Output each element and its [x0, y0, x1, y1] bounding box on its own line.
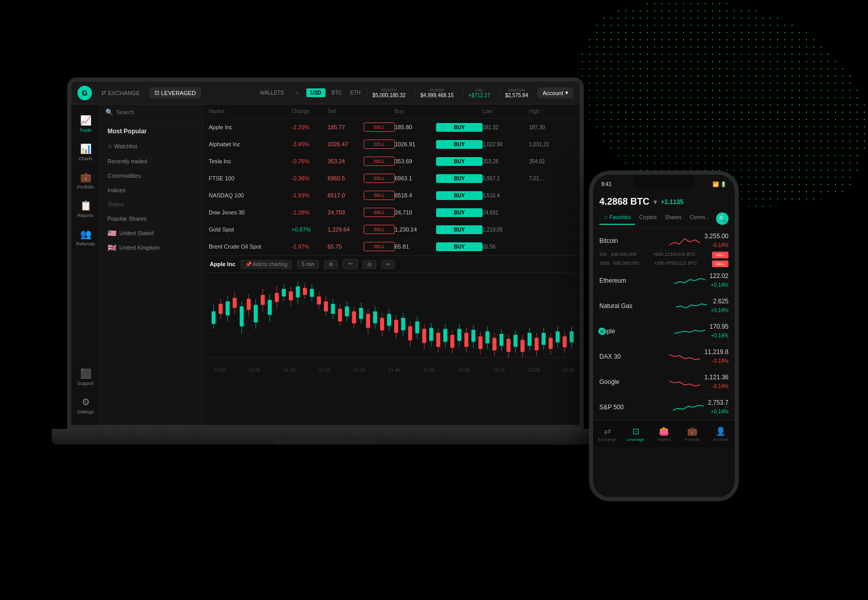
phone-tab-comm[interactable]: Comm...: [686, 212, 714, 225]
item-price: 1,121.36: [704, 374, 729, 381]
nav-commodities[interactable]: Commodities: [100, 168, 203, 183]
wallets-btn[interactable]: WALLETS: [256, 90, 288, 96]
buy-button[interactable]: BUY: [436, 123, 483, 132]
price-low: 353.28: [483, 159, 529, 164]
chart-area: Apple Inc 📌 Add to charting 5 min ⚙ 〜 ⊟ …: [204, 255, 580, 374]
buy-button[interactable]: BUY: [436, 225, 483, 234]
buy-price: 1,230.14: [395, 226, 436, 233]
sidebar-item-trade[interactable]: 📈 Trade: [71, 110, 100, 138]
chart-draw-button[interactable]: ✏: [381, 260, 395, 269]
buy-button[interactable]: BUY: [436, 191, 483, 200]
list-item[interactable]: Google 1,121.36 -0.14%: [593, 370, 735, 395]
chart-settings-button[interactable]: ⚙: [324, 260, 338, 269]
phone-tab-favorites[interactable]: ☆ Favorites: [599, 212, 635, 225]
chart-view-button[interactable]: ⊟: [363, 260, 376, 269]
buy-button[interactable]: BUY: [436, 208, 483, 217]
btc-currency-btn[interactable]: BTC: [330, 90, 344, 96]
list-item[interactable]: Ethereum 122.02 +0.14%: [593, 268, 735, 294]
left-sidebar: 📈 Trade 📊 Charts 💼 Portfolio 📋 Reports: [71, 104, 100, 425]
settings-icon: ⚙: [82, 396, 90, 408]
buy-button[interactable]: BUY: [436, 140, 483, 149]
list-item[interactable]: S&P 500 2,753.7 +0.14%: [593, 395, 735, 420]
svg-rect-24: [275, 293, 279, 302]
usd-currency-btn[interactable]: USD: [306, 88, 326, 97]
nav-country-uk[interactable]: 🇬🇧 United Kingdom: [100, 240, 203, 255]
sidebar-label-settings: Settings: [77, 409, 94, 414]
sell-button[interactable]: SELL: [364, 225, 395, 234]
list-item[interactable]: DAX 30 11,219.8 -0.14%: [593, 344, 735, 370]
table-row: Alphabet Inc -3.45% 1026.47 SELL 1026.91…: [204, 136, 580, 153]
sidebar-item-charts[interactable]: 📊 Charts: [71, 138, 100, 166]
sell-price: 24,703: [328, 209, 364, 216]
sidebar-item-portfolio[interactable]: 💼 Portfolio: [71, 166, 100, 195]
laptop-screen: G ⇄ EXCHANGE ⊡ LEVERAGED WALLETS › USD B…: [67, 78, 584, 429]
buy-button[interactable]: BUY: [436, 157, 483, 166]
portfolio-icon: 💼: [80, 172, 91, 183]
item-change: +0.14%: [711, 307, 729, 313]
phone-header: 4.2868 BTC ▾ +1.1135: [593, 193, 735, 209]
svg-rect-18: [254, 305, 258, 322]
nav-recently-traded[interactable]: Recently traded: [100, 154, 203, 168]
eth-currency-btn[interactable]: ETH: [348, 90, 363, 96]
buy-price: 353.69: [395, 158, 436, 164]
svg-rect-20: [261, 295, 265, 305]
list-item[interactable]: Natural Gas 2.625 +0.14%: [593, 294, 735, 319]
market-name: Gold Spot: [209, 226, 291, 233]
sell-price: 1026.47: [328, 141, 364, 147]
sell-button[interactable]: SELL: [364, 191, 395, 200]
leverage-nav-icon: ⊡: [632, 426, 639, 436]
list-item[interactable]: Apple 170.95 +0.14% G: [593, 319, 735, 344]
sell-button[interactable]: SELL: [364, 208, 395, 217]
buy-button[interactable]: BUY: [436, 174, 483, 183]
phone-nav-exchange[interactable]: ⇄ Exchange: [593, 421, 622, 447]
search-box[interactable]: 🔍: [100, 104, 203, 120]
sell-button[interactable]: SELL: [364, 174, 395, 183]
sidebar-item-support[interactable]: ⬛ Support: [71, 363, 100, 391]
svg-rect-6: [212, 312, 216, 324]
nav-most-popular[interactable]: Most Popular: [100, 124, 203, 139]
bitcoin-list-item[interactable]: Bitcoin 3,255.00 -0.14%: [593, 228, 735, 251]
apple-indicator: G: [598, 328, 606, 335]
svg-rect-56: [387, 314, 391, 326]
account-button[interactable]: Account ▾: [537, 87, 574, 98]
nav-watchlist[interactable]: ☆ Watchlist: [100, 139, 203, 154]
sell-price: 6960.5: [328, 175, 364, 181]
phone-nav-leverage[interactable]: ⊡ Leverage: [622, 421, 650, 447]
chart-type-button[interactable]: 〜: [343, 259, 358, 269]
item-chart: [674, 274, 705, 287]
phone-nav-account[interactable]: 👤 Account: [706, 421, 735, 447]
timeframe-button[interactable]: 5 min: [297, 260, 319, 269]
top-bar: G ⇄ EXCHANGE ⊡ LEVERAGED WALLETS › USD B…: [71, 82, 580, 104]
sell-button[interactable]: SELL: [364, 242, 395, 251]
phone-tab-shares[interactable]: Shares: [661, 212, 686, 225]
sidebar-item-referrals[interactable]: 👥 Referrals: [71, 223, 100, 252]
nav-country-us[interactable]: 🇺🇸 United Stated: [100, 226, 203, 240]
reports-icon: 📋: [80, 200, 91, 211]
svg-rect-62: [408, 327, 412, 341]
sell-button[interactable]: SELL: [364, 122, 395, 132]
leveraged-tab[interactable]: ⊡ LEVERAGED: [149, 87, 201, 98]
search-input[interactable]: [116, 109, 198, 115]
svg-rect-60: [401, 318, 405, 330]
support-icon: ⬛: [80, 368, 91, 379]
market-change: -2.20%: [291, 124, 328, 130]
exchange-tab[interactable]: ⇄ EXCHANGE: [96, 87, 145, 98]
phone-nav-portfolio[interactable]: 💼 Portfolio: [678, 421, 706, 447]
nav-popular-shares[interactable]: Popular Shares: [100, 211, 203, 226]
buy-button[interactable]: BUY: [436, 242, 483, 251]
svg-rect-102: [549, 338, 553, 349]
nav-shares[interactable]: Shares: [100, 197, 203, 211]
sidebar-item-settings[interactable]: ⚙ Settings: [71, 391, 100, 420]
item-change: +0.14%: [711, 282, 729, 288]
sell-button[interactable]: SELL: [364, 157, 395, 166]
nav-indices[interactable]: Indices: [100, 183, 203, 197]
btc-change: +1.1135: [661, 198, 684, 206]
sell-button[interactable]: SELL: [364, 140, 395, 149]
add-charting-button[interactable]: 📌 Add to charting: [241, 260, 292, 269]
phone-nav-wallets[interactable]: 👛 Wallets: [650, 421, 678, 447]
phone-tab-cryptos[interactable]: Cryptos: [635, 212, 661, 225]
phone-search-button[interactable]: 🔍: [716, 212, 729, 225]
sidebar-item-reports[interactable]: 📋 Reports: [71, 195, 100, 223]
bitcoin-name: Bitcoin: [599, 237, 665, 244]
buy-price: 185.80: [395, 124, 436, 130]
